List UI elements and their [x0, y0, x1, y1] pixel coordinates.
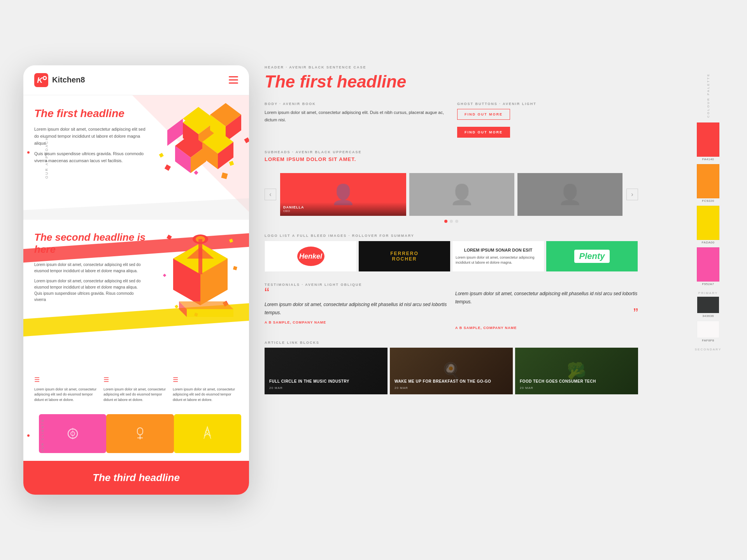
hero-body1: Lorem ipsum dolor sit amet, consectetur …	[34, 126, 146, 147]
article-date-2: 20 MAR	[395, 386, 508, 390]
testimonial-1: “ Lorem ipsum dolor sit amet, consectetu…	[265, 290, 447, 330]
secondary-label: SECONDARY	[695, 348, 722, 351]
svg-rect-20	[194, 170, 198, 175]
swatch-dark-block	[697, 296, 719, 313]
logo-list-label: LOGO LIST A FULL BLEED IMAGES · ROLLOVER…	[265, 234, 638, 238]
second-3d-image	[156, 228, 245, 336]
dot-2[interactable]	[450, 220, 453, 223]
logo-ferrero[interactable]: FERREROROCHER	[358, 241, 451, 272]
ghost-buttons-label: GHOST BUTTONS · AVENIR LIGHT	[457, 102, 638, 106]
clients-label: OUR CLIENTS	[41, 419, 44, 453]
carousel-next[interactable]: ›	[626, 189, 638, 200]
svg-rect-34	[233, 266, 237, 270]
ghost-btn-2[interactable]: FIND OUT MORE	[457, 127, 510, 138]
feature-blocks: ☰ Lorem ipsum dolor sit amet, consectetu…	[23, 368, 249, 411]
ghost-btn-1[interactable]: FIND OUT MORE	[457, 109, 510, 120]
second-body1: Lorem ipsum dolor sit amet, consectetur …	[34, 262, 146, 274]
carousel-prev[interactable]: ‹	[265, 189, 276, 200]
svg-rect-19	[229, 161, 234, 166]
swatch-orange: FC9220	[697, 164, 719, 205]
svg-rect-44	[137, 428, 143, 435]
carousel-img-2: 👤	[409, 173, 514, 216]
feature-icon-3: ☰	[173, 375, 238, 385]
phone-mockup: K Kitchen8 OUR APPROACH The first headli…	[23, 65, 249, 495]
body-col: BODY · AVENIR BOOK Lorem ipsum dolor sit…	[265, 102, 445, 141]
logo-henkel[interactable]: Henkel	[265, 241, 357, 272]
feature-text-3: Lorem ipsum dolor sit amet, consectetur …	[173, 387, 235, 402]
phone-header: K Kitchen8	[23, 65, 249, 95]
testimonial-2: Lorem ipsum dolor sit amet, consectetur …	[455, 290, 638, 330]
testimonials-label: TESTIMONIALS · AVENIR LIGHT OBLIQUE	[265, 283, 638, 287]
page-wrapper: K Kitchen8 OUR APPROACH The first headli…	[23, 65, 724, 495]
feature-icon-1: ☰	[34, 375, 100, 385]
color-palette-sidebar: COLOUR PALETTE FA4140 FC9220 FADA00 F952…	[693, 65, 724, 405]
svg-marker-40	[187, 309, 233, 317]
cube-pink	[39, 414, 106, 453]
sg-main-headline: The first headline	[265, 72, 638, 91]
second-content: The second headline is here Lorem ipsum …	[34, 231, 146, 303]
logo-plenty[interactable]: Plenty	[546, 241, 638, 272]
third-headline: The third headline	[34, 472, 238, 484]
carousel-images: 👤 DANIELLA CEO 👤	[280, 173, 622, 216]
svg-rect-31	[167, 234, 172, 240]
second-section: The second headline is here Lorem ipsum …	[23, 220, 249, 368]
article-content-2: WAKE ME UP FOR BREAKFAST ON THE GO-GO 20…	[395, 379, 508, 390]
subheads-label: SUBHEADS · AVENIR BLACK UPPERCASE	[265, 150, 638, 154]
article-card-1[interactable]: FULL CIRCLE IN THE MUSIC INDUSTRY 20 MAR	[265, 348, 388, 394]
swatch-dark-hex: 343636	[697, 313, 719, 320]
svg-rect-33	[163, 274, 166, 277]
eye-icon-cube	[63, 424, 82, 443]
svg-rect-32	[229, 239, 233, 243]
subhead-text: LOREM IPSUM DOLOR SIT AMET.	[265, 156, 638, 162]
swatch-pink-hex: F952A7	[697, 282, 719, 288]
swatch-pink: F952A7	[697, 247, 719, 288]
logo-text: Kitchen8	[52, 75, 85, 84]
svg-point-3	[44, 77, 46, 79]
testimonial-author-2: A B SAMPLE, COMPANY NAME	[455, 326, 638, 330]
carousel-container: ‹ 👤 DANIELLA CEO	[265, 173, 638, 216]
rocket-icon-cube	[198, 424, 217, 443]
svg-rect-22	[159, 153, 164, 158]
hero-body2: Quis ipsum suspendisse ultrices gravida.…	[34, 150, 146, 164]
testimonial-text-2: Lorem ipsum dolor sit amet, consectetur …	[455, 290, 638, 306]
buttons-col: GHOST BUTTONS · AVENIR LIGHT FIND OUT MO…	[457, 102, 638, 141]
hamburger-menu[interactable]	[229, 76, 238, 84]
article-card-3[interactable]: 🥦 FOOD TECH GOES CONSUMER TECH 20 MAR	[515, 348, 638, 394]
article-card-2[interactable]: 🍳 WAKE ME UP FOR BREAKFAST ON THE GO-GO …	[390, 348, 513, 394]
confetti-svg	[152, 99, 249, 192]
swatch-pink-block	[697, 247, 719, 282]
hero-section: OUR APPROACH The first headline Lorem ip…	[23, 95, 249, 220]
swatch-yellow-hex: FADA00	[697, 240, 719, 247]
hero-headline: The first headline	[34, 107, 146, 120]
swatch-orange-block	[697, 164, 719, 198]
swatch-dark: 343636	[697, 296, 719, 320]
swatch-red-hex: FA4140	[697, 157, 719, 163]
svg-rect-18	[165, 164, 171, 171]
logo-grid: Henkel FERREROROCHER LOREM IPSUM SONAR D…	[265, 241, 638, 272]
feature-item-3: ☰ Lorem ipsum dolor sit amet, consectetu…	[173, 375, 238, 403]
kitchen8-logo-icon: K	[34, 73, 48, 87]
logo-list-section: LOGO LIST A FULL BLEED IMAGES · ROLLOVER…	[265, 234, 638, 272]
header-label: HEADER · AVENIR BLACK SENTENCE CASE	[265, 65, 638, 69]
lorem-title: LOREM IPSUM SONAR DON ESIT	[464, 247, 532, 254]
dot-3[interactable]	[455, 220, 458, 223]
swatch-yellow-block	[697, 206, 719, 240]
right-panel: HEADER · AVENIR BLACK SENTENCE CASE The …	[265, 65, 677, 405]
articles-label: ARTICLE LINK BLOCKS	[265, 341, 638, 345]
article-title-3: FOOD TECH GOES CONSUMER TECH	[520, 379, 633, 384]
swatch-light-hex: FAF8F8	[697, 338, 719, 345]
person1-name: DANIELLA	[283, 205, 403, 209]
body-text: Lorem ipsum dolor sit amet, consectetur …	[265, 109, 445, 123]
brain-icon-cube	[130, 424, 150, 443]
svg-rect-21	[221, 172, 228, 179]
article-title-2: WAKE ME UP FOR BREAKFAST ON THE GO-GO	[395, 379, 508, 384]
feature-item-2: ☰ Lorem ipsum dolor sit amet, consectetu…	[103, 375, 169, 403]
dot-1[interactable]	[444, 220, 447, 223]
svg-marker-38	[179, 301, 233, 309]
body-label: BODY · AVENIR BOOK	[265, 102, 445, 106]
carousel-img-3: 👤	[517, 173, 622, 216]
logo-lorem[interactable]: LOREM IPSUM SONAR DON ESIT Lorem ipsum d…	[452, 241, 544, 272]
quote-open-1: “	[265, 290, 447, 297]
carousel-img-1: 👤 DANIELLA CEO	[280, 173, 406, 216]
feature-item-1: ☰ Lorem ipsum dolor sit amet, consectetu…	[34, 375, 100, 403]
